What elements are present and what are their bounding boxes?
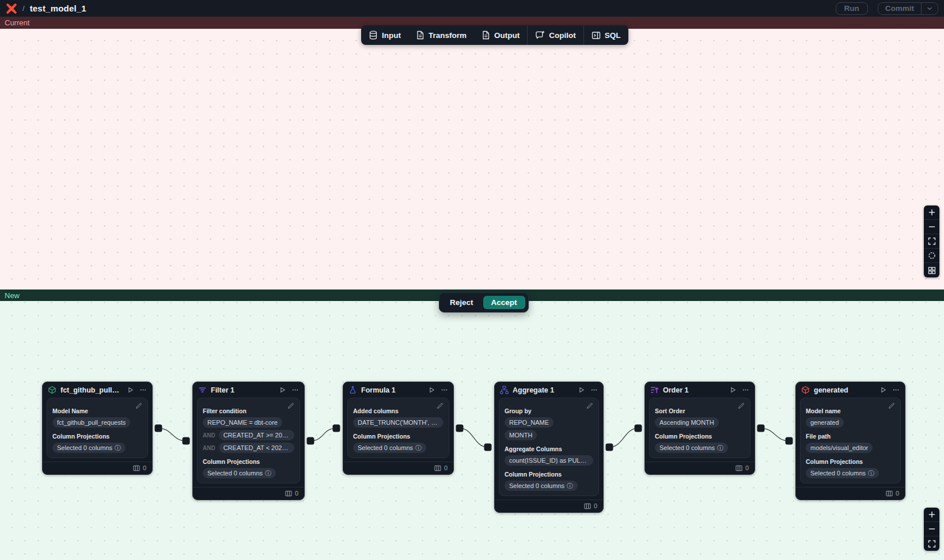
run-button[interactable]: Run — [836, 2, 868, 15]
node-aggregate-1[interactable]: Aggregate 1 Group byREPO_NAMEMONTHAggreg… — [494, 382, 604, 513]
pill-text: DATE_TRUNC('MONTH', CREATED_AT… — [358, 419, 439, 426]
breadcrumb-separator: / — [22, 4, 25, 13]
table-icon — [133, 465, 140, 471]
flask-icon — [348, 386, 357, 394]
node-fct-github-pull-requests[interactable]: fct_github_pull_requests Model Namefct_g… — [42, 382, 153, 475]
zoom-in-button[interactable] — [924, 508, 939, 522]
node-handle[interactable] — [757, 425, 765, 432]
edit-icon[interactable] — [888, 402, 895, 409]
node-order-1[interactable]: Order 1 Sort OrderAscending MONTHColumn … — [645, 382, 755, 475]
node-filter-1[interactable]: Filter 1 Filter conditionREPO_NAME = dbt… — [192, 382, 305, 500]
edit-icon[interactable] — [437, 402, 443, 409]
fit-view-button[interactable] — [924, 234, 939, 249]
node-result-footer[interactable]: 0 — [43, 462, 152, 474]
row-count: 0 — [745, 464, 749, 471]
fit-view-icon — [928, 540, 936, 548]
node-handle[interactable] — [635, 425, 642, 432]
node-body: Model namegeneratedFile pathmodels/visua… — [800, 398, 901, 483]
node-handle[interactable] — [307, 437, 314, 445]
database-icon — [369, 31, 378, 40]
info-icon[interactable]: ⓘ — [265, 470, 271, 477]
node-generated[interactable]: generated Model namegeneratedFile pathmo… — [795, 382, 905, 500]
edit-icon[interactable] — [586, 402, 593, 409]
toolbar-item-copilot[interactable]: Copilot — [528, 25, 583, 45]
edit-icon[interactable] — [135, 402, 142, 409]
value-pill: count(ISSUE_ID) as PULL_REQUEST_… — [505, 455, 593, 466]
fit-view-button[interactable] — [924, 536, 939, 551]
field-label: Column Projections — [353, 433, 443, 440]
node-menu-button[interactable] — [892, 386, 900, 394]
node-handle[interactable] — [786, 437, 793, 445]
info-icon[interactable]: ⓘ — [115, 445, 121, 451]
accept-button[interactable]: Accept — [483, 296, 525, 309]
toolbar-item-output[interactable]: Output — [474, 25, 527, 45]
toolbar-item-label: Output — [494, 31, 520, 40]
node-result-footer[interactable]: 0 — [343, 462, 453, 474]
node-handle[interactable] — [183, 437, 190, 445]
node-title: Order 1 — [663, 386, 725, 394]
table-icon — [584, 503, 591, 509]
toolbar-item-transform[interactable]: Transform — [408, 25, 474, 45]
node-menu-button[interactable] — [291, 386, 299, 394]
run-node-button[interactable] — [578, 386, 585, 394]
info-icon[interactable]: ⓘ — [415, 445, 422, 451]
commit-button[interactable]: Commit — [878, 2, 938, 15]
pill-text: Selected 0 columns — [659, 444, 715, 451]
new-section-label: New — [5, 291, 20, 300]
info-icon[interactable]: ⓘ — [717, 445, 723, 451]
info-icon[interactable]: ⓘ — [567, 483, 573, 489]
zoom-out-button[interactable] — [924, 220, 939, 234]
edit-icon[interactable] — [287, 402, 294, 409]
node-title: Formula 1 — [361, 386, 424, 394]
reject-button[interactable]: Reject — [442, 296, 481, 309]
node-menu-button[interactable] — [590, 386, 598, 394]
edge — [460, 428, 488, 447]
node-menu-button[interactable] — [441, 386, 448, 394]
node-menu-button[interactable] — [139, 386, 147, 394]
node-result-footer[interactable]: 0 — [796, 487, 905, 500]
node-handle[interactable] — [606, 444, 613, 451]
value-pill: CREATED_AT >= 2024-12-01 — [219, 430, 294, 440]
run-node-button[interactable] — [279, 386, 286, 394]
commit-button-label[interactable]: Commit — [878, 3, 921, 14]
node-result-footer[interactable]: 0 — [495, 500, 603, 512]
zoom-out-button[interactable] — [924, 522, 939, 536]
node-handle[interactable] — [155, 425, 162, 432]
edit-icon[interactable] — [738, 402, 745, 409]
zoom-in-button[interactable] — [924, 205, 939, 220]
minus-icon — [928, 223, 936, 231]
node-handle[interactable] — [456, 425, 464, 432]
field-label: Added columns — [353, 407, 443, 414]
pill-text: Selected 0 columns — [810, 470, 866, 477]
dbt-logo-icon[interactable] — [6, 3, 17, 14]
info-icon[interactable]: ⓘ — [868, 470, 874, 477]
toolbar-item-label: SQL — [605, 31, 621, 40]
value-pill: Selected 0 columnsⓘ — [353, 443, 426, 453]
auto-layout-button[interactable] — [924, 263, 939, 277]
node-result-footer[interactable]: 0 — [193, 487, 304, 500]
value-pill: Ascending MONTH — [655, 417, 719, 428]
sort-icon — [650, 386, 659, 394]
run-node-button[interactable] — [428, 386, 435, 394]
run-node-button[interactable] — [127, 386, 134, 394]
table-icon — [434, 465, 441, 471]
new-canvas[interactable]: fct_github_pull_requests Model Namefct_g… — [0, 301, 944, 560]
node-formula-1[interactable]: Formula 1 Added columnsDATE_TRUNC('MONTH… — [343, 382, 454, 475]
node-handle[interactable] — [484, 444, 492, 451]
pill-text: count(ISSUE_ID) as PULL_REQUEST_… — [509, 457, 589, 464]
topbar: / test_model_1 Run Commit — [0, 0, 944, 17]
chevron-down-icon — [926, 5, 933, 12]
field-label: Column Projections — [52, 433, 142, 440]
current-section-label: Current — [5, 18, 29, 27]
node-menu-button[interactable] — [742, 386, 749, 394]
toolbar-item-sql[interactable]: SQL — [584, 25, 628, 45]
node-result-footer[interactable]: 0 — [645, 462, 755, 474]
value-pill: MONTH — [505, 430, 537, 440]
interactivity-toggle-button[interactable] — [924, 249, 939, 263]
node-handle[interactable] — [333, 425, 340, 432]
current-canvas[interactable]: Input Transform Output — [0, 29, 944, 289]
commit-dropdown-button[interactable] — [921, 3, 938, 14]
run-node-button[interactable] — [879, 386, 887, 394]
run-node-button[interactable] — [729, 386, 737, 394]
toolbar-item-input[interactable]: Input — [361, 25, 408, 45]
